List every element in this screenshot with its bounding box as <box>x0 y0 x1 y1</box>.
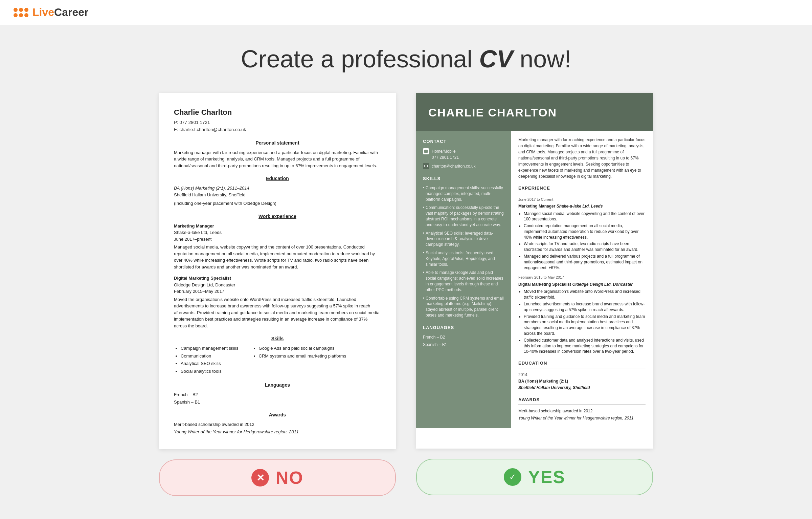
cv-bad-award-1: Merit-based scholarship awarded in 2012 <box>174 421 381 428</box>
cv-good-phone-text: Home/Mobile 077 2801 1721 <box>432 148 459 160</box>
cv-good-sidebar: CONTACT Home/Mobile 077 2801 1721 <box>416 131 511 428</box>
cv-good-edu-year: 2014 <box>518 372 646 378</box>
cv-bad-skill-5: Google Ads and paid social campaigns <box>259 345 346 352</box>
cv-bad-job2-company: Oldedge Design Ltd, Doncaster <box>174 282 381 288</box>
cv-bad: Charlie Charlton P: 077 2801 1721 E: cha… <box>159 93 396 449</box>
cv-good-job2-title: Digital Marketing Specialist <box>518 282 572 287</box>
no-icon: ✕ <box>251 469 269 486</box>
cv-good-job2-date: February 2015 to May 2017 <box>518 275 646 280</box>
cv-good-wrapper: CHARLIE CHARLTON CONTACT Home/Mobile 077… <box>416 93 653 496</box>
cv-bad-job2-title: Digital Marketing Specialist <box>174 275 381 282</box>
cv-bad-job2-desc: Moved the organisation's website onto Wo… <box>174 296 381 329</box>
cv-good-exp-title: EXPERIENCE <box>518 185 646 193</box>
cv-good-awards-title: AWARDS <box>518 396 646 405</box>
logo-dot-4 <box>14 13 18 17</box>
cv-good-skill-2: Communication: successfully up-sold the … <box>423 205 504 228</box>
phone-icon <box>423 148 429 154</box>
cv-bad-personal-text: Marketing manager with far-reaching expe… <box>174 149 381 169</box>
cv-good-award-1: Merit-based scholarship awarded in 2012 <box>518 408 646 414</box>
cv-bad-work-title: Work experience <box>174 213 381 220</box>
email-icon <box>423 163 429 169</box>
hero-title-bold: CV <box>479 45 513 72</box>
cv-bad-skill-6: CRM systems and email marketing platform… <box>259 353 346 360</box>
hero-title: Create a professional CV now! <box>14 45 798 73</box>
cv-good-skill-3: Analytical SEO skills: leveraged data-dr… <box>423 231 504 247</box>
logo-dot-3 <box>24 8 28 12</box>
cv-good-job2-b2: Launched advertisements to increase bran… <box>524 301 646 313</box>
cv-bad-edu-title: Education <box>174 175 381 182</box>
phone-icon-inner <box>424 150 428 153</box>
cv-good-job2-company: Oldedge Design Ltd, Doncaster <box>572 282 633 287</box>
cv-good-award-2: Young Writer of the Year winner for Hedg… <box>518 415 646 421</box>
cv-good-summary: Marketing manager with far-reaching expe… <box>518 137 646 179</box>
logo-dot-6 <box>24 13 28 17</box>
cv-good-job2-bullets: Moved the organisation's website onto Wo… <box>518 289 646 354</box>
cv-bad-wrapper: Charlie Charlton P: 077 2801 1721 E: cha… <box>159 93 396 496</box>
cv-good-lang-2: Spanish – B1 <box>423 342 504 348</box>
logo-dot-1 <box>14 8 18 12</box>
cv-good-contact-title: CONTACT <box>423 138 504 145</box>
no-button[interactable]: ✕ NO <box>159 459 396 496</box>
main-content: Charlie Charlton P: 077 2801 1721 E: cha… <box>0 86 812 496</box>
logo: LiveCareer <box>14 6 88 19</box>
cv-bad-skill-2: Communication <box>181 353 239 360</box>
logo-dot-5 <box>19 13 23 17</box>
cv-bad-skills-cols: Campaign management skills Communication… <box>174 345 381 375</box>
cv-good-skill-5: Able to manage Google Ads and paid socia… <box>423 270 504 293</box>
cv-good-job1-company: Shake-a-lake Ltd, Leeds <box>557 204 603 209</box>
cv-bad-job-1: Marketing Manager Shake-a-lake Ltd, Leed… <box>174 223 381 271</box>
cv-bad-job1-date: June 2017–present <box>174 236 381 243</box>
cv-good-skill-1: Campaign management skills: successfully… <box>423 185 504 202</box>
cv-bad-edu-uni: Sheffield Hallam University, Sheffield <box>174 192 381 198</box>
cv-good-name: CHARLIE CHARLTON <box>428 104 641 121</box>
cv-good: CHARLIE CHARLTON CONTACT Home/Mobile 077… <box>416 93 653 449</box>
cv-good-job1-title-row: Marketing Manager Shake-a-lake Ltd, Leed… <box>518 203 646 210</box>
cv-bad-award-2: Young Writer of the Year winner for Hedg… <box>174 429 381 435</box>
yes-button[interactable]: ✓ YES <box>416 459 653 495</box>
cv-bad-edu-note: (Including one-year placement with Olded… <box>174 200 381 207</box>
cv-good-job1-b3: Wrote scripts for TV and radio, two radi… <box>524 241 646 253</box>
cv-good-lang-title: LANGUAGES <box>423 324 504 331</box>
cv-good-job1-b2: Conducted reputation management on all s… <box>524 223 646 240</box>
cv-bad-skill-1: Campaign management skills <box>181 345 239 352</box>
cv-good-contact-email: charlton@charlton.co.uk <box>423 163 504 169</box>
hero-section: Create a professional CV now! <box>0 25 812 86</box>
cv-bad-phone: P: 077 2801 1721 <box>174 119 381 126</box>
cv-good-job2-b3: Provided training and guidance to social… <box>524 314 646 337</box>
cv-good-job1-title: Marketing Manager <box>518 204 557 209</box>
cv-good-body: CONTACT Home/Mobile 077 2801 1721 <box>416 131 653 428</box>
cv-bad-skill-4: Social analytics tools <box>181 368 239 375</box>
cv-good-edu-location: Sheffield <box>573 385 590 390</box>
cv-good-job-2: February 2015 to May 2017 Digital Market… <box>518 275 646 354</box>
cv-good-lang-1: French – B2 <box>423 334 504 340</box>
cv-bad-skills-right: Google Ads and paid social campaigns CRM… <box>252 345 346 375</box>
cv-bad-email: E: charlie.t.charlton@charlton.co.uk <box>174 126 381 133</box>
cv-good-job1-date: June 2017 to Current <box>518 197 646 202</box>
cv-good-job2-b1: Moved the organisation's website onto Wo… <box>524 289 646 300</box>
cv-good-phone-label: Home/Mobile <box>432 148 459 154</box>
cv-bad-job2-date: February 2015–May 2017 <box>174 288 381 295</box>
cv-good-phone-num: 077 2801 1721 <box>432 154 459 160</box>
logo-text: LiveCareer <box>32 6 88 19</box>
cv-bad-name: Charlie Charlton <box>174 107 381 118</box>
no-label: NO <box>276 468 303 488</box>
logo-dot-2 <box>19 8 23 12</box>
cv-good-job1-b4: Managed and delivered various projects a… <box>524 254 646 271</box>
cv-good-edu-degree: BA (Hons) Marketing (2:1) <box>518 379 568 384</box>
cv-good-edu-title: EDUCATION <box>518 360 646 368</box>
hero-title-normal: Create a professional <box>241 45 479 72</box>
cv-bad-skill-3: Analytical SEO skills <box>181 360 239 367</box>
cv-good-header: CHARLIE CHARLTON <box>416 93 653 131</box>
cv-bad-skills-left: Campaign management skills Communication… <box>174 345 239 375</box>
cv-bad-awards-title: Awards <box>174 411 381 418</box>
cv-bad-lang-2: Spanish – B1 <box>174 399 381 406</box>
yes-icon: ✓ <box>504 468 521 486</box>
cv-good-job1-b1: Managed social media, website copywritin… <box>524 211 646 222</box>
cv-good-skill-6: Comfortable using CRM systems and email … <box>423 296 504 318</box>
cv-bad-edu-degree: BA (Hons) Marketing (2:1), 2011–2014 <box>174 185 381 192</box>
cv-bad-job1-title: Marketing Manager <box>174 223 381 230</box>
yes-label: YES <box>528 467 565 487</box>
cv-bad-lang-1: French – B2 <box>174 391 381 398</box>
cv-good-job2-title-row: Digital Marketing Specialist Oldedge Des… <box>518 281 646 288</box>
cv-bad-job1-company: Shake-a-lake Ltd, Leeds <box>174 229 381 236</box>
